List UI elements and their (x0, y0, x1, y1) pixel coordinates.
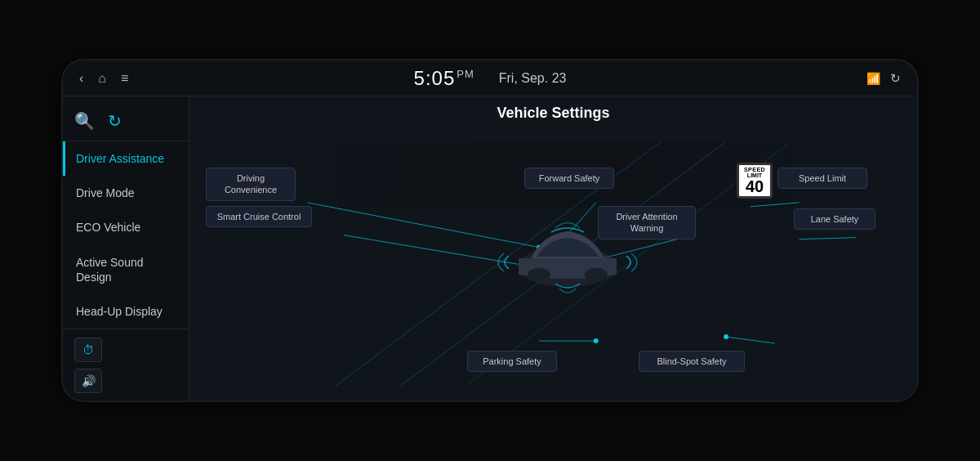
car-diagram (486, 197, 649, 331)
sidebar-bottom-icons: ⏱ 🔊 (63, 329, 189, 401)
svg-line-7 (751, 203, 800, 207)
sidebar-item-driver-assistance[interactable]: Driver Assistance (63, 141, 189, 176)
svg-point-15 (594, 338, 599, 343)
smart-cruise-btn[interactable]: Smart Cruise Control (206, 206, 312, 227)
sync-icon[interactable]: ↻ (108, 111, 122, 131)
right-panel: Vehicle Settings (189, 96, 917, 401)
sidebar-item-head-up[interactable]: Head-Up Display (63, 294, 189, 329)
panel-title: Vehicle Settings (189, 96, 917, 127)
speed-limit-btn[interactable]: Speed Limit (777, 168, 867, 189)
main-display: ‹ ⌂ ≡ 5:05PM Fri, Sep. 23 📶 ↻ 🔍 ↻ Driver… (61, 59, 919, 402)
sidebar-item-active-sound[interactable]: Active Sound Design (63, 245, 189, 294)
svg-line-8 (800, 238, 857, 239)
top-bar-center: 5:05PM Fri, Sep. 23 (194, 67, 786, 90)
svg-point-19 (585, 268, 608, 281)
search-icon[interactable]: 🔍 (74, 111, 95, 131)
sidebar: 🔍 ↻ Driver Assistance Drive Mode ECO Veh… (63, 96, 189, 401)
back-button[interactable]: ‹ (79, 71, 83, 86)
main-content: 🔍 ↻ Driver Assistance Drive Mode ECO Veh… (63, 96, 917, 401)
top-bar-left: ‹ ⌂ ≡ (79, 71, 194, 86)
sidebar-item-eco-vehicle[interactable]: ECO Vehicle (63, 210, 189, 244)
sidebar-icon-row: 🔍 ↻ (63, 105, 189, 141)
sidebar-item-drive-mode[interactable]: Drive Mode (63, 176, 189, 210)
timer-icon-btn[interactable]: ⏱ (74, 338, 102, 362)
vehicle-area: Driving Convenience Smart Cruise Control… (189, 127, 917, 401)
lane-safety-btn[interactable]: Lane Safety (794, 208, 875, 230)
svg-point-18 (528, 268, 550, 281)
forward-safety-btn[interactable]: Forward Safety (524, 168, 614, 189)
driving-convenience-btn[interactable]: Driving Convenience (206, 168, 296, 201)
refresh-icon[interactable]: ↻ (890, 71, 901, 86)
blind-spot-btn[interactable]: Blind-Spot Safety (639, 351, 745, 372)
sidebar-menu: Driver Assistance Drive Mode ECO Vehicle… (63, 141, 189, 329)
volume-icon-btn[interactable]: 🔊 (74, 369, 102, 393)
speed-limit-sign: SPEED LIMIT 40 (737, 163, 773, 199)
top-bar-right: 📶 ↻ (786, 71, 901, 86)
date-display: Fri, Sep. 23 (499, 71, 567, 86)
menu-button[interactable]: ≡ (121, 71, 128, 86)
svg-line-10 (726, 337, 775, 343)
time-display: 5:05PM (414, 67, 474, 90)
home-button[interactable]: ⌂ (98, 71, 106, 86)
top-bar: ‹ ⌂ ≡ 5:05PM Fri, Sep. 23 📶 ↻ (63, 60, 917, 96)
signal-icon: 📶 (866, 72, 880, 85)
svg-point-16 (724, 334, 728, 339)
parking-safety-btn[interactable]: Parking Safety (467, 351, 557, 372)
